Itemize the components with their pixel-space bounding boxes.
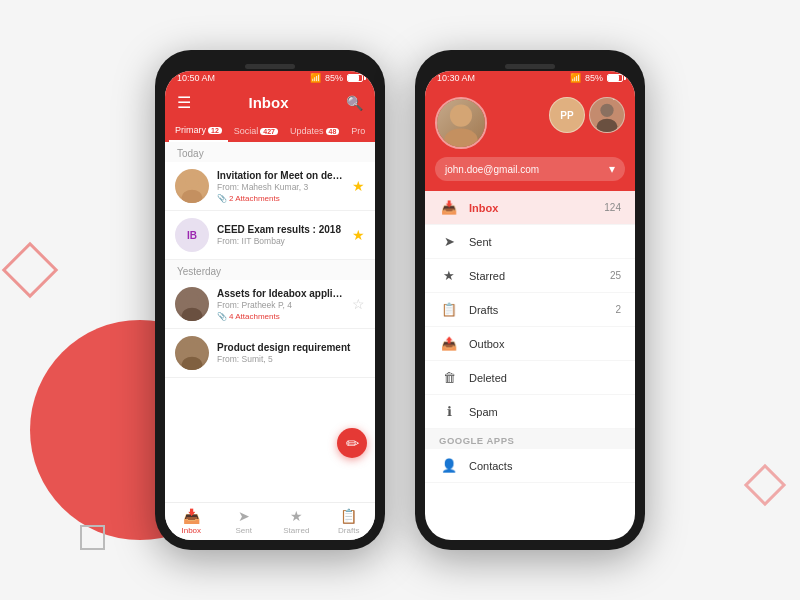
tab-updates-badge: 48	[326, 128, 340, 135]
email-item-3[interactable]: Assets for Ideabox applications From: Pr…	[165, 280, 375, 329]
wifi-icon-2: 📶	[570, 73, 581, 83]
email-content-3: Assets for Ideabox applications From: Pr…	[217, 288, 348, 321]
sec-avatar-pp-badge: 12	[574, 97, 585, 100]
svg-point-8	[600, 104, 613, 117]
email-subject-4: Product design requirement	[217, 342, 365, 353]
chevron-down-icon: ▾	[609, 162, 615, 176]
star-icon-1[interactable]: ★	[352, 178, 365, 194]
star-icon-2[interactable]: ★	[352, 227, 365, 243]
sec-avatar-2[interactable]: 99+	[589, 97, 625, 133]
drafts-menu-label: Drafts	[469, 304, 615, 316]
drawer-item-deleted[interactable]: 🗑 Deleted	[425, 361, 635, 395]
starred-menu-label: Starred	[469, 270, 610, 282]
deleted-menu-icon: 🗑	[439, 370, 459, 385]
google-apps-section: Google Apps	[425, 429, 635, 449]
fab-compose-button[interactable]: ✏	[337, 428, 367, 458]
account-email: john.doe@gmail.com	[445, 164, 539, 175]
sec-avatar-pp-initials: PP	[560, 110, 573, 121]
inbox-menu-icon: 📥	[439, 200, 459, 215]
drawer-item-starred[interactable]: ★ Starred 25	[425, 259, 635, 293]
email-item-4[interactable]: Product design requirement From: Sumit, …	[165, 329, 375, 378]
tab-pro[interactable]: Pro	[345, 120, 371, 142]
starred-menu-icon: ★	[439, 268, 459, 283]
email-item-2[interactable]: IB CEED Exam results : 2018 From: IIT Bo…	[165, 211, 375, 260]
nav-starred-icon: ★	[290, 508, 303, 524]
phone-1-speaker	[245, 64, 295, 69]
nav-sent-icon: ➤	[238, 508, 250, 524]
drawer-item-outbox[interactable]: 📤 Outbox	[425, 327, 635, 361]
nav-drafts-icon: 📋	[340, 508, 357, 524]
search-icon[interactable]: 🔍	[346, 95, 363, 111]
email-attach-3: 📎 4 Attachments	[217, 312, 348, 321]
nav-drafts[interactable]: 📋 Drafts	[323, 508, 376, 535]
phone-2: 10:30 AM 📶 85%	[415, 50, 645, 550]
phone-2-notch	[425, 60, 635, 71]
tab-primary[interactable]: Primary 12	[169, 120, 228, 142]
contacts-menu-icon: 👤	[439, 458, 459, 473]
status-bar-1: 10:50 AM 📶 85%	[165, 71, 375, 85]
paperclip-icon-1: 📎	[217, 194, 227, 203]
person-icon-3	[175, 287, 209, 321]
battery-fill-2	[608, 75, 619, 81]
tab-pro-label: Pro	[351, 126, 365, 136]
sec-avatar-2-badge: 99+	[612, 97, 625, 100]
avatar-1	[175, 169, 209, 203]
drafts-menu-count: 2	[615, 304, 621, 315]
email-attach-1: 📎 2 Attachments	[217, 194, 348, 203]
avatar-3	[175, 287, 209, 321]
tab-social-label: Social	[234, 126, 259, 136]
person-icon-1	[175, 169, 209, 203]
sec-avatar-pp[interactable]: PP 12	[549, 97, 585, 133]
tab-updates[interactable]: Updates 48	[284, 120, 345, 142]
main-avatar[interactable]	[435, 97, 487, 149]
inbox-tabs: Primary 12 Social 427 Updates 48 Pro	[165, 120, 375, 142]
drawer-item-sent[interactable]: ➤ Sent	[425, 225, 635, 259]
phone-1: 10:50 AM 📶 85% ☰ Inbox 🔍 Primary	[155, 50, 385, 550]
email-item-1[interactable]: Invitation for Meet on design thinking F…	[165, 162, 375, 211]
status-time-1: 10:50 AM	[177, 73, 215, 83]
drawer-item-drafts[interactable]: 📋 Drafts 2	[425, 293, 635, 327]
nav-inbox[interactable]: 📥 Inbox	[165, 508, 218, 535]
section-yesterday: Yesterday	[165, 260, 375, 280]
email-subject-1: Invitation for Meet on design thinking	[217, 170, 348, 181]
hamburger-icon[interactable]: ☰	[177, 93, 191, 112]
svg-point-2	[185, 293, 198, 306]
account-email-row[interactable]: john.doe@gmail.com ▾	[435, 157, 625, 181]
outbox-menu-icon: 📤	[439, 336, 459, 351]
battery-text-1: 85%	[325, 73, 343, 83]
svg-point-7	[444, 129, 477, 149]
deleted-menu-label: Deleted	[469, 372, 621, 384]
drafts-menu-icon: 📋	[439, 302, 459, 317]
phones-container: 10:50 AM 📶 85% ☰ Inbox 🔍 Primary	[0, 0, 800, 600]
status-bar-2: 10:30 AM 📶 85%	[425, 71, 635, 85]
drawer-item-spam[interactable]: ℹ Spam	[425, 395, 635, 429]
tab-social[interactable]: Social 427	[228, 120, 284, 142]
drawer-item-inbox[interactable]: 📥 Inbox 124	[425, 191, 635, 225]
star-icon-3[interactable]: ☆	[352, 296, 365, 312]
bottom-nav: 📥 Inbox ➤ Sent ★ Starred 📋 Drafts	[165, 502, 375, 540]
email-from-3: From: Pratheek P, 4	[217, 300, 348, 310]
avatar-initials-2: IB	[187, 230, 197, 241]
nav-inbox-icon: 📥	[183, 508, 200, 524]
avatar-4	[175, 336, 209, 370]
nav-drafts-label: Drafts	[338, 526, 359, 535]
drawer-header: PP 12 99+	[425, 85, 635, 191]
status-icons-2: 📶 85%	[570, 73, 623, 83]
nav-starred[interactable]: ★ Starred	[270, 508, 323, 535]
contacts-menu-label: Contacts	[469, 460, 621, 472]
tab-updates-label: Updates	[290, 126, 324, 136]
drawer-avatars: PP 12 99+	[435, 97, 625, 149]
person-icon-4	[175, 336, 209, 370]
nav-sent[interactable]: ➤ Sent	[218, 508, 271, 535]
tab-primary-label: Primary	[175, 125, 206, 135]
starred-menu-count: 25	[610, 270, 621, 281]
svg-point-5	[182, 357, 203, 370]
main-avatar-svg	[437, 97, 485, 149]
sec-avatar-row: PP 12 99+	[549, 97, 625, 133]
drawer-item-contacts[interactable]: 👤 Contacts	[425, 449, 635, 483]
email-subject-3: Assets for Ideabox applications	[217, 288, 348, 299]
spam-menu-icon: ℹ	[439, 404, 459, 419]
tab-social-badge: 427	[260, 128, 278, 135]
email-subject-2: CEED Exam results : 2018	[217, 224, 348, 235]
svg-point-4	[185, 342, 198, 355]
